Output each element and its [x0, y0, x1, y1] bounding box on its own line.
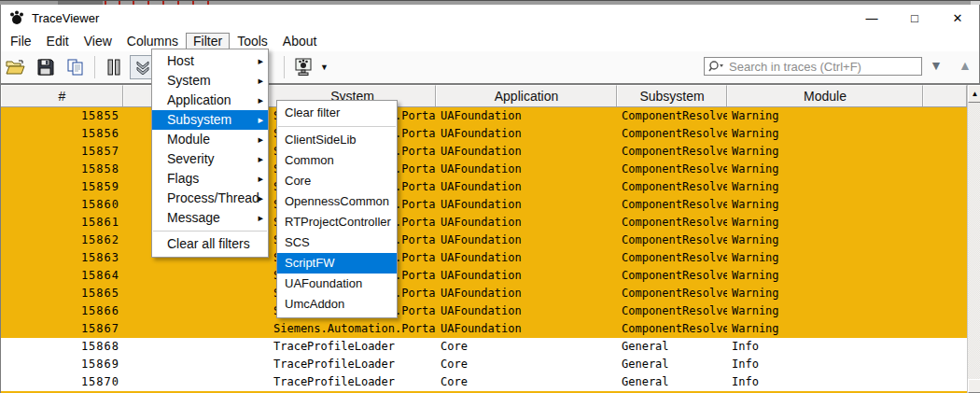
menubar-item-filter[interactable]: Filter [186, 33, 230, 49]
cell-subsystem: UAFoundation [436, 320, 617, 338]
vertical-scrollbar[interactable]: ▲ [967, 85, 980, 393]
search-box [704, 57, 922, 76]
table-row[interactable]: 15869TraceProfileLoaderCoreGeneralInfo [1, 356, 967, 373]
cell-application: TraceProfileLoader [269, 356, 436, 373]
cell-subsystem: UAFoundation [436, 178, 617, 196]
trace-display-button[interactable] [289, 54, 317, 80]
table-row[interactable]: 15864Siemens.Automation.PortalUAFoundati… [1, 267, 967, 285]
scroll-to-end-icon [135, 60, 150, 75]
cell-number: 15864 [1, 267, 123, 285]
scrollbar-up-button[interactable]: ▲ [968, 85, 980, 103]
filter-menu-item-module[interactable]: Module▸ [152, 130, 268, 149]
table-row[interactable]: 15870TraceProfileLoaderCoreGeneralInfo [1, 373, 967, 391]
column-header-application[interactable]: Application [436, 85, 617, 106]
cell-module: General [617, 356, 727, 373]
maximize-button[interactable]: □ [893, 5, 936, 31]
column-header-blank[interactable] [923, 85, 967, 106]
submenu-item-core[interactable]: Core [277, 171, 397, 191]
menu-item-label: Common [285, 153, 334, 167]
cell-subsystem: UAFoundation [436, 107, 617, 125]
cell-subsystem: UAFoundation [436, 161, 617, 178]
traceviewer-window: TraceViewer — □ ✕ FileEditViewColumnsFil… [0, 5, 980, 393]
cell-application: Siemens.Automation.Portal [269, 320, 436, 338]
close-button[interactable]: ✕ [936, 5, 979, 31]
cell-severity: Warning [727, 285, 923, 302]
cell-system [123, 285, 269, 302]
filter-menu-item-severity[interactable]: Severity▸ [152, 149, 268, 169]
column-header-module[interactable]: Module [727, 85, 923, 106]
search-next-button[interactable]: ▼ [930, 59, 943, 72]
submenu-item-opennesscommon[interactable]: OpennessCommon [277, 191, 397, 212]
submenu-arrow-icon: ▸ [258, 149, 263, 169]
search-previous-button[interactable]: ▲ [959, 59, 972, 72]
submenu-arrow-icon: ▸ [258, 71, 263, 91]
table-row[interactable]: 15859Siemens.Automation.PortalUAFoundati… [1, 178, 967, 196]
cell-severity: Warning [727, 249, 923, 267]
submenu-item-clear-filter[interactable]: Clear filter [277, 103, 397, 123]
cell-number: 15862 [1, 232, 123, 249]
filter-menu-item-system[interactable]: System▸ [152, 71, 268, 91]
table-row[interactable]: 15866Siemens.Automation.PortalUAFoundati… [1, 302, 967, 320]
scrollbar-down-button[interactable] [968, 379, 980, 393]
menu-item-label: Clear all filters [167, 236, 250, 251]
table-row[interactable]: 15865Siemens.Automation.PortalUAFoundati… [1, 285, 967, 302]
table-row[interactable]: 15862Siemens.Automation.PortalUAFoundati… [1, 232, 967, 249]
menu-item-label: Module [167, 132, 210, 147]
filter-menu-item-subsystem[interactable]: Subsystem▸ [152, 110, 268, 130]
open-file-button[interactable] [2, 54, 30, 80]
submenu-item-umcaddon[interactable]: UmcAddon [277, 294, 397, 315]
menubar-item-columns[interactable]: Columns [119, 33, 186, 49]
menu-item-label: OpennessCommon [285, 194, 389, 208]
minimize-button[interactable]: — [850, 5, 893, 31]
table-row[interactable]: 15855Siemens.Automation.PortalUAFoundati… [1, 107, 967, 125]
cell-module: ComponentResolver [617, 249, 727, 267]
menu-item-label: Process/Thread [167, 190, 259, 205]
filter-menu-item-message[interactable]: Message▸ [152, 208, 268, 228]
cell-module: ComponentResolver [617, 161, 727, 178]
submenu-item-uafoundation[interactable]: UAFoundation [277, 274, 397, 294]
menubar-item-file[interactable]: File [3, 33, 39, 49]
cell-severity: Info [727, 338, 923, 356]
trace-table: #SystemApplicationSubsystemModule 15855S… [1, 83, 980, 393]
display-dropdown-caret-icon[interactable]: ▼ [320, 63, 329, 72]
cell-module: ComponentResolver [617, 302, 727, 320]
menubar-item-about[interactable]: About [275, 33, 325, 49]
menubar-item-edit[interactable]: Edit [39, 33, 77, 49]
cell-severity: Warning [727, 125, 923, 143]
filter-menu-item-flags[interactable]: Flags▸ [152, 169, 268, 189]
pause-button[interactable] [100, 54, 128, 80]
cell-subsystem: UAFoundation [436, 285, 617, 302]
submenu-item-scs[interactable]: SCS [277, 232, 397, 253]
submenu-arrow-icon: ▸ [258, 110, 263, 130]
table-row[interactable]: 15860Siemens.Automation.PortalUAFoundati… [1, 196, 967, 214]
cell-system [123, 373, 269, 391]
cell-module: ComponentResolver [617, 320, 727, 338]
cell-number: 15855 [1, 107, 123, 125]
cell-subsystem: Core [436, 373, 617, 391]
save-button[interactable] [32, 54, 60, 80]
copy-button[interactable] [62, 54, 90, 80]
submenu-item-rtprojectcontroller[interactable]: RTProjectController [277, 212, 397, 232]
menubar-item-tools[interactable]: Tools [230, 33, 275, 49]
column-header-subsystem[interactable]: Subsystem [617, 85, 727, 106]
filter-menu-item-clear-all-filters[interactable]: Clear all filters [152, 234, 268, 254]
filter-menu-item-application[interactable]: Application▸ [152, 91, 268, 110]
submenu-item-common[interactable]: Common [277, 150, 397, 171]
table-row[interactable]: 15856Siemens.Automation.PortalUAFoundati… [1, 125, 967, 143]
table-row[interactable]: 15857Siemens.Automation.PortalUAFoundati… [1, 143, 967, 161]
table-row[interactable]: 15867Siemens.Automation.PortalUAFoundati… [1, 320, 967, 338]
table-row[interactable]: 15861Siemens.Automation.PortalUAFoundati… [1, 214, 967, 232]
submenu-item-clientsidelib[interactable]: ClientSideLib [277, 130, 397, 150]
menu-item-label: UAFoundation [285, 276, 362, 290]
filter-menu-item-host[interactable]: Host▸ [152, 51, 268, 71]
table-row[interactable]: 15863Siemens.Automation.PortalUAFoundati… [1, 249, 967, 267]
menu-item-label: Message [167, 210, 220, 225]
menubar-item-view[interactable]: View [77, 33, 119, 49]
column-header--[interactable]: # [1, 85, 123, 106]
submenu-item-scriptfw[interactable]: ScriptFW [277, 253, 397, 274]
table-row[interactable]: 15868TraceProfileLoaderCoreGeneralInfo [1, 338, 967, 356]
filter-menu-item-process-thread[interactable]: Process/Thread▸ [152, 189, 268, 208]
table-row[interactable]: 15858Siemens.Automation.PortalUAFoundati… [1, 161, 967, 178]
search-input[interactable] [704, 57, 922, 76]
cell-module: ComponentResolver [617, 214, 727, 232]
